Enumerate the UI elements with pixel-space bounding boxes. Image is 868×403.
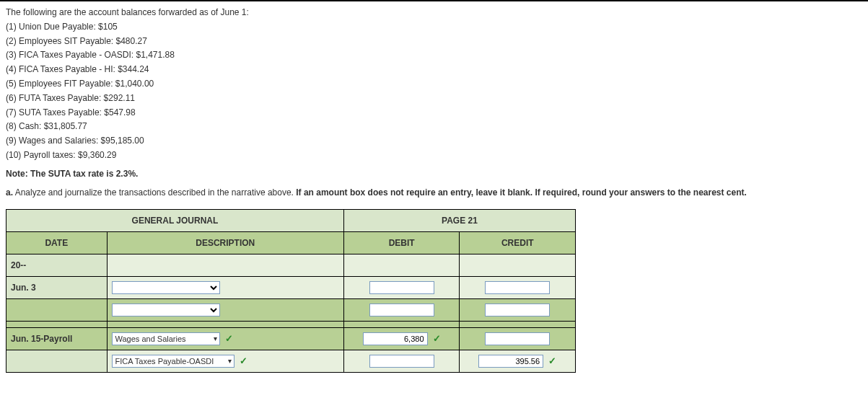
- year-cell: 20--: [6, 254, 108, 276]
- check-icon: ✓: [548, 355, 556, 366]
- check-icon: ✓: [240, 355, 247, 366]
- debit-input-1[interactable]: [369, 281, 434, 294]
- balance-2: (2) Employees SIT Payable: $480.27: [6, 35, 862, 48]
- balance-4: (4) FICA Taxes Payable - HI: $344.24: [6, 63, 862, 76]
- balance-10: (10) Payroll taxes: $9,360.29: [6, 149, 862, 161]
- desc-select-4[interactable]: FICA Taxes Payable-OASDI: [112, 355, 234, 368]
- instruction: a. Analyze and journalize the transactio…: [6, 186, 862, 199]
- suta-note: Note: The SUTA tax rate is 2.3%.: [6, 169, 138, 179]
- balance-6: (6) FUTA Taxes Payable: $292.11: [6, 92, 862, 105]
- date-jun15: Jun. 15-Payroll: [6, 327, 108, 350]
- date-jun3: Jun. 3: [6, 276, 108, 298]
- col-credit: CREDIT: [460, 231, 576, 254]
- debit-input-4[interactable]: [369, 355, 434, 368]
- debit-input-2[interactable]: [369, 304, 434, 316]
- journal-page: PAGE 21: [343, 209, 575, 231]
- balance-5: (5) Employees FIT Payable: $1,040.00: [6, 78, 862, 90]
- col-date: DATE: [6, 231, 108, 254]
- credit-input-1[interactable]: [485, 281, 550, 294]
- desc-select-1[interactable]: [112, 281, 220, 294]
- col-description: DESCRIPTION: [107, 231, 343, 254]
- credit-input-2[interactable]: [485, 304, 550, 316]
- desc-select-3[interactable]: Wages and Salaries: [112, 332, 220, 345]
- balance-9: (9) Wages and Salaries: $95,185.00: [6, 135, 862, 147]
- check-icon: ✓: [225, 333, 233, 344]
- col-debit: DEBIT: [343, 231, 460, 254]
- desc-select-2[interactable]: [112, 304, 220, 316]
- credit-input-3[interactable]: [485, 332, 550, 345]
- journal-title: GENERAL JOURNAL: [6, 209, 344, 231]
- general-journal-table: GENERAL JOURNAL PAGE 21 DATE DESCRIPTION…: [6, 209, 576, 373]
- debit-input-3[interactable]: [363, 332, 428, 345]
- balance-3: (3) FICA Taxes Payable - OASDI: $1,471.8…: [6, 49, 862, 61]
- balance-7: (7) SUTA Taxes Payable: $547.98: [6, 107, 862, 119]
- balance-8: (8) Cash: $31,805.77: [6, 120, 862, 133]
- balance-1: (1) Union Due Payable: $105: [6, 21, 862, 33]
- check-icon: ✓: [433, 333, 441, 344]
- intro-line: The following are the account balances f…: [6, 6, 862, 19]
- credit-input-4[interactable]: [478, 355, 543, 368]
